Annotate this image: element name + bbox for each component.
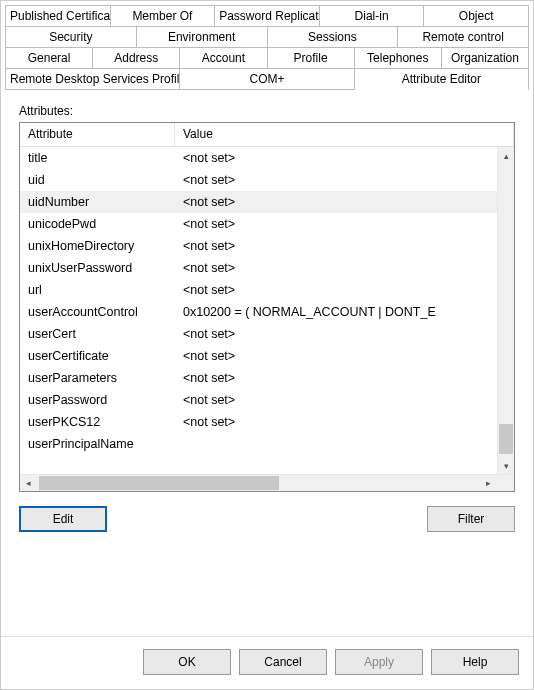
attribute-value: <not set> (175, 195, 497, 209)
attribute-value: <not set> (175, 173, 497, 187)
attribute-name: unicodePwd (20, 217, 175, 231)
scroll-right-arrow-icon[interactable]: ▸ (480, 475, 497, 491)
attribute-value: <not set> (175, 415, 497, 429)
table-row[interactable]: unixHomeDirectory<not set> (20, 235, 497, 257)
table-row[interactable]: title<not set> (20, 147, 497, 169)
tab-profile[interactable]: Profile (268, 47, 355, 68)
scroll-down-arrow-icon[interactable]: ▾ (498, 457, 514, 474)
tab-com-[interactable]: COM+ (180, 68, 354, 90)
tab-member-of[interactable]: Member Of (111, 5, 216, 26)
tab-organization[interactable]: Organization (442, 47, 529, 68)
attribute-value: 0x10200 = ( NORMAL_ACCOUNT | DONT_E (175, 305, 497, 319)
attribute-value: <not set> (175, 371, 497, 385)
table-row[interactable]: unicodePwd<not set> (20, 213, 497, 235)
tab-dial-in[interactable]: Dial-in (320, 5, 425, 26)
tab-published-certificates[interactable]: Published Certificates (5, 5, 111, 26)
tab-environment[interactable]: Environment (137, 26, 268, 47)
horizontal-scrollbar[interactable]: ◂ ▸ (20, 474, 514, 491)
table-row[interactable]: userPKCS12<not set> (20, 411, 497, 433)
table-row[interactable]: url<not set> (20, 279, 497, 301)
attribute-name: url (20, 283, 175, 297)
table-row[interactable]: userCert<not set> (20, 323, 497, 345)
attribute-name: userPKCS12 (20, 415, 175, 429)
attribute-value: <not set> (175, 151, 497, 165)
edit-button[interactable]: Edit (19, 506, 107, 532)
tab-security[interactable]: Security (5, 26, 137, 47)
attribute-name: userPrincipalName (20, 437, 175, 451)
tab-strip: Published CertificatesMember OfPassword … (1, 1, 533, 90)
table-row[interactable]: userPrincipalName (20, 433, 497, 455)
tab-telephones[interactable]: Telephones (355, 47, 442, 68)
column-header-attribute[interactable]: Attribute (20, 123, 175, 146)
table-row[interactable]: unixUserPassword<not set> (20, 257, 497, 279)
attribute-name: uid (20, 173, 175, 187)
attributes-list[interactable]: Attribute Value title<not set>uid<not se… (19, 122, 515, 492)
table-row[interactable]: userParameters<not set> (20, 367, 497, 389)
attribute-value: <not set> (175, 283, 497, 297)
table-row[interactable]: userPassword<not set> (20, 389, 497, 411)
tab-remote-control[interactable]: Remote control (398, 26, 529, 47)
help-button[interactable]: Help (431, 649, 519, 675)
attribute-value: <not set> (175, 327, 497, 341)
table-row[interactable]: uidNumber<not set> (20, 191, 497, 213)
ok-button[interactable]: OK (143, 649, 231, 675)
attribute-name: unixUserPassword (20, 261, 175, 275)
attribute-name: unixHomeDirectory (20, 239, 175, 253)
attribute-value: <not set> (175, 393, 497, 407)
attribute-name: userCert (20, 327, 175, 341)
list-header: Attribute Value (20, 123, 514, 147)
vertical-scrollbar[interactable]: ▴ ▾ (497, 147, 514, 474)
attribute-name: userPassword (20, 393, 175, 407)
attribute-value: <not set> (175, 261, 497, 275)
tab-content-attribute-editor: Attributes: Attribute Value title<not se… (1, 90, 533, 542)
attribute-value: <not set> (175, 349, 497, 363)
tab-attribute-editor[interactable]: Attribute Editor (355, 68, 529, 90)
apply-button[interactable]: Apply (335, 649, 423, 675)
horizontal-scroll-thumb[interactable] (39, 476, 279, 490)
cancel-button[interactable]: Cancel (239, 649, 327, 675)
filter-button[interactable]: Filter (427, 506, 515, 532)
attribute-name: title (20, 151, 175, 165)
attribute-value: <not set> (175, 239, 497, 253)
tab-sessions[interactable]: Sessions (268, 26, 399, 47)
scroll-left-arrow-icon[interactable]: ◂ (20, 475, 37, 491)
properties-dialog: Published CertificatesMember OfPassword … (0, 0, 534, 690)
attributes-label: Attributes: (19, 104, 515, 118)
attribute-name: uidNumber (20, 195, 175, 209)
dialog-button-bar: OK Cancel Apply Help (1, 636, 533, 689)
tab-password-replication[interactable]: Password Replication (215, 5, 320, 26)
table-row[interactable]: uid<not set> (20, 169, 497, 191)
attribute-value: <not set> (175, 217, 497, 231)
table-row[interactable]: userCertificate<not set> (20, 345, 497, 367)
attribute-name: userParameters (20, 371, 175, 385)
scroll-up-arrow-icon[interactable]: ▴ (498, 147, 514, 164)
tab-remote-desktop-services-profile[interactable]: Remote Desktop Services Profile (5, 68, 180, 90)
tab-address[interactable]: Address (93, 47, 180, 68)
attribute-name: userAccountControl (20, 305, 175, 319)
table-row[interactable]: userAccountControl0x10200 = ( NORMAL_ACC… (20, 301, 497, 323)
tab-object[interactable]: Object (424, 5, 529, 26)
column-header-value[interactable]: Value (175, 123, 514, 146)
vertical-scroll-thumb[interactable] (499, 424, 513, 454)
tab-general[interactable]: General (5, 47, 93, 68)
tab-account[interactable]: Account (180, 47, 267, 68)
attribute-name: userCertificate (20, 349, 175, 363)
